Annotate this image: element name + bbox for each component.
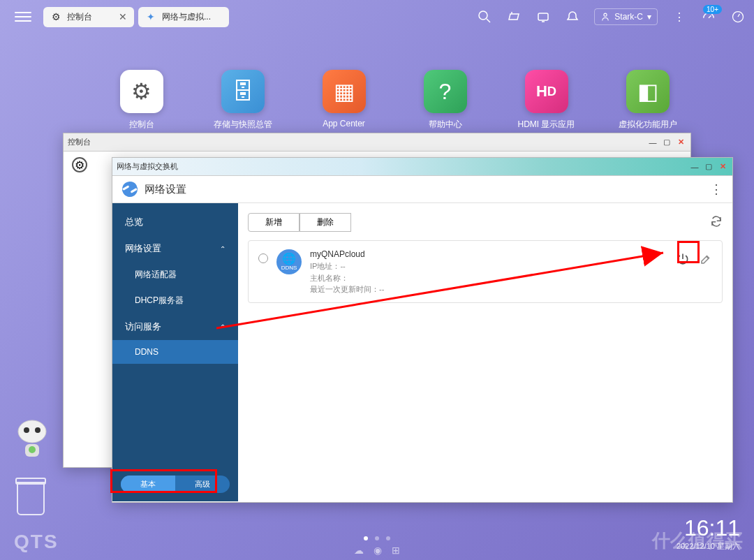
- gear-icon: ⚙: [120, 70, 163, 113]
- help-icon: ?: [424, 70, 467, 113]
- close-button[interactable]: ✕: [675, 137, 686, 148]
- minimize-button[interactable]: —: [647, 137, 658, 148]
- desktop-app-center[interactable]: ▦App Center: [307, 70, 380, 131]
- tabs: ⚙ 控制台 ✕ ✦ 网络与虚拟...: [43, 7, 229, 27]
- maximize-button[interactable]: ▢: [661, 137, 672, 148]
- switch-icon: [119, 179, 140, 200]
- svg-point-9: [29, 446, 36, 453]
- chevron-up-icon: ⌃: [220, 323, 226, 331]
- page-dots: [364, 536, 390, 540]
- svg-point-6: [24, 427, 29, 433]
- add-button[interactable]: 新增: [248, 213, 300, 232]
- card-host: 主机名称：: [310, 272, 667, 284]
- dot[interactable]: [375, 536, 379, 540]
- cloud-icon[interactable]: ☁: [354, 545, 364, 556]
- maximize-button[interactable]: ▢: [703, 161, 714, 172]
- user-icon: [600, 12, 610, 22]
- radio-button[interactable]: [258, 253, 268, 263]
- hdmi-icon: HD: [525, 70, 568, 113]
- user-menu[interactable]: Stark-C ▾: [594, 8, 658, 25]
- sidebar-item-overview[interactable]: 总览: [112, 209, 238, 235]
- svg-point-2: [604, 13, 607, 16]
- badge-count: 10+: [703, 5, 722, 14]
- grid-icon: ▦: [323, 70, 366, 113]
- eye-icon[interactable]: ◉: [374, 545, 382, 556]
- trash-icon[interactable]: [17, 482, 45, 515]
- close-icon[interactable]: ✕: [119, 11, 127, 22]
- sidebar-item-adapter[interactable]: 网络适配器: [112, 262, 238, 288]
- topbar-right: Stark-C ▾ ⋮ 10+: [477, 8, 746, 25]
- user-name: Stark-C: [614, 12, 643, 22]
- tab-label: 控制台: [67, 11, 92, 23]
- cube-icon: ◧: [626, 70, 670, 113]
- gear-icon: ⚙: [72, 157, 87, 172]
- desktop-icons: ⚙控制台 🗄存储与快照总管 ▦App Center ?帮助中心 HDHDMI 显…: [105, 70, 684, 131]
- tab-network-switch[interactable]: ✦ 网络与虚拟...: [138, 7, 229, 27]
- grid-icon[interactable]: ⊞: [392, 545, 400, 556]
- mode-basic[interactable]: 基本: [121, 476, 175, 493]
- desktop-control-panel[interactable]: ⚙控制台: [105, 70, 178, 131]
- svg-point-7: [35, 427, 40, 433]
- window-titlebar[interactable]: 网络与虚拟交换机 — ▢ ✕: [112, 158, 732, 176]
- header-title: 网络设置: [145, 183, 186, 196]
- sidebar-item-dhcp[interactable]: DHCP服务器: [112, 288, 238, 314]
- window-header: 网络设置 ⋮: [112, 176, 732, 203]
- assistant-robot-icon[interactable]: [14, 419, 50, 462]
- desktop-virtualization[interactable]: ◧虚拟化功能用户: [611, 70, 684, 131]
- sidebar-item-access-service[interactable]: 访问服务⌃: [112, 314, 238, 340]
- switch-icon: ✦: [145, 11, 156, 22]
- dock-mini-icons: ☁◉⊞: [354, 545, 400, 556]
- desktop-hdmi[interactable]: HDHDMI 显示应用: [510, 70, 583, 131]
- chevron-down-icon: ▾: [647, 12, 651, 22]
- qts-logo: QTS: [14, 531, 59, 553]
- volume-icon[interactable]: [506, 9, 522, 24]
- toolbar: 新增 删除: [248, 213, 723, 232]
- minimize-button[interactable]: —: [689, 161, 700, 172]
- search-icon[interactable]: [477, 9, 492, 24]
- card-ip: IP地址：--: [310, 260, 667, 272]
- notification-icon[interactable]: [565, 9, 580, 24]
- gear-icon: ⚙: [50, 11, 61, 22]
- svg-point-0: [479, 11, 487, 20]
- window-title: 网络与虚拟交换机: [117, 161, 178, 172]
- topbar: ⚙ 控制台 ✕ ✦ 网络与虚拟... Stark-C ▾ ⋮ 10+: [0, 0, 754, 34]
- close-button[interactable]: ✕: [717, 161, 728, 172]
- dot[interactable]: [364, 536, 368, 540]
- network-switch-window: 网络与虚拟交换机 — ▢ ✕ 网络设置 ⋮ 总览 网络设置⌃ 网络适配器 DHC…: [112, 157, 733, 503]
- main-content: 新增 删除 🌐DDNS myQNAPcloud IP地址：-- 主机名称： 最近…: [238, 203, 732, 501]
- desktop-storage[interactable]: 🗄存储与快照总管: [206, 70, 279, 131]
- storage-icon: 🗄: [221, 70, 265, 113]
- sidebar: 总览 网络设置⌃ 网络适配器 DHCP服务器 访问服务⌃ DDNS 基本 高级: [112, 203, 238, 501]
- more-icon[interactable]: ⋮: [672, 9, 687, 24]
- tab-control-panel[interactable]: ⚙ 控制台 ✕: [43, 7, 134, 27]
- mode-advanced[interactable]: 高级: [175, 476, 230, 493]
- card-lastupdate: 最近一次更新时间：--: [310, 283, 667, 295]
- window-titlebar[interactable]: 控制台 — ▢ ✕: [64, 133, 690, 152]
- card-info: myQNAPcloud IP地址：-- 主机名称： 最近一次更新时间：--: [310, 248, 667, 295]
- menu-button[interactable]: [8, 4, 38, 29]
- sidebar-item-network-settings[interactable]: 网络设置⌃: [112, 235, 238, 262]
- ddns-card[interactable]: 🌐DDNS myQNAPcloud IP地址：-- 主机名称： 最近一次更新时间…: [248, 240, 723, 303]
- dot[interactable]: [386, 536, 390, 540]
- dashboard-icon[interactable]: 10+: [701, 9, 716, 24]
- power-button[interactable]: [676, 252, 690, 269]
- watermark: 什么值得买: [652, 529, 743, 553]
- edit-button[interactable]: [700, 253, 712, 268]
- refresh-button[interactable]: [710, 215, 723, 230]
- svg-point-5: [18, 420, 46, 443]
- desktop-help[interactable]: ?帮助中心: [408, 70, 482, 131]
- svg-rect-1: [538, 13, 548, 20]
- chevron-up-icon: ⌃: [220, 245, 226, 253]
- card-title: myQNAPcloud: [310, 248, 667, 260]
- gauge-icon[interactable]: [730, 9, 746, 24]
- delete-button[interactable]: 删除: [300, 213, 351, 232]
- kebab-menu[interactable]: ⋮: [710, 182, 723, 197]
- ddns-globe-icon: 🌐DDNS: [276, 249, 302, 274]
- sidebar-item-ddns[interactable]: DDNS: [112, 340, 238, 364]
- tab-label: 网络与虚拟...: [162, 11, 211, 23]
- mode-segment: 基本 高级: [121, 476, 230, 493]
- devices-icon[interactable]: [535, 9, 551, 24]
- window-title: 控制台: [68, 137, 91, 147]
